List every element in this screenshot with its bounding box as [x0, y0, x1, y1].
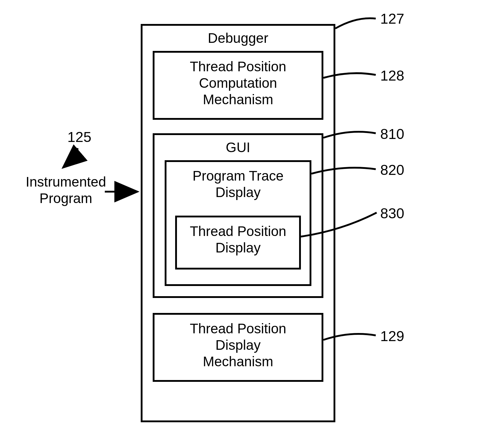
tpdm-label: Thread Position Display Mechanism [153, 320, 323, 370]
ref-127: 127 [380, 10, 404, 27]
instrumented-program-label: Instrumented Program [16, 174, 115, 207]
ref-129: 129 [380, 328, 404, 344]
debugger-title: Debugger [141, 30, 335, 46]
ref-125: 125 [67, 129, 91, 145]
ref-820: 820 [380, 162, 404, 178]
gui-title: GUI [153, 139, 323, 156]
tpcm-label: Thread Position Computation Mechanism [153, 58, 323, 108]
ref-830: 830 [380, 205, 404, 222]
ref-128: 128 [380, 67, 404, 84]
ptd-label: Program Trace Display [165, 168, 311, 201]
ref-810: 810 [380, 126, 404, 142]
tpd-label: Thread Position Display [175, 223, 301, 256]
